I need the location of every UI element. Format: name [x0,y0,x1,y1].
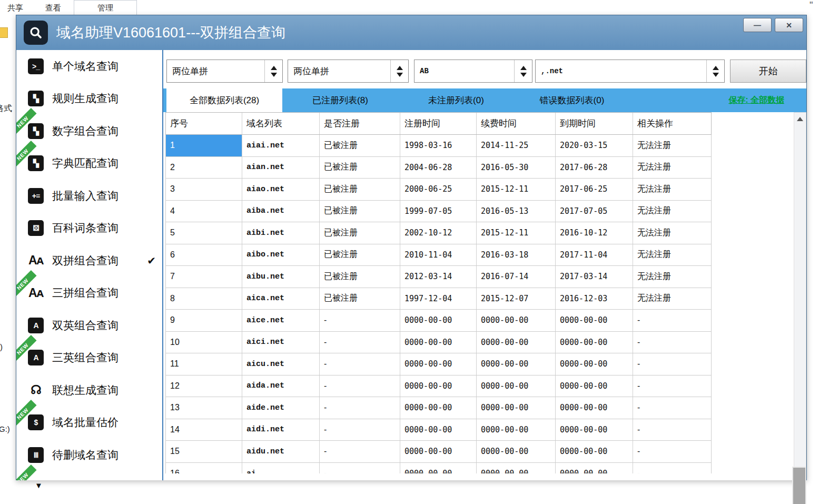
table-cell[interactable]: 2002-10-12 [400,222,477,244]
table-cell[interactable]: 无法注册 [633,288,711,310]
table-cell[interactable]: 已被注册 [320,266,400,288]
table-cell[interactable]: 2004-06-28 [400,157,477,179]
pinyin-type-2-select[interactable]: 两位单拼 [288,60,409,83]
table-cell[interactable]: aidu.net [242,441,320,462]
sidebar-item-4[interactable]: NEW▚字典匹配查询 [16,147,162,180]
pattern-select[interactable]: AB [414,60,532,83]
table-cell[interactable]: 无法注册 [633,244,711,266]
table-row[interactable]: 2aian.net已被注册2004-06-282016-05-302017-06… [165,157,712,179]
table-cell[interactable]: 0000-00-00 [556,310,633,331]
table-cell[interactable]: - [320,353,400,375]
table-cell[interactable]: 0000-00-00 [477,332,556,353]
sidebar-item-5[interactable]: +≡批量输入查询 [16,180,162,212]
table-cell[interactable]: 4 [166,201,242,222]
table-cell[interactable]: 0000-00-00 [556,375,633,397]
sidebar-item-2[interactable]: ▚规则生成查询 [16,83,162,115]
table-cell[interactable]: 1999-07-05 [400,201,477,222]
table-cell[interactable]: 0000-00-00 [400,375,477,397]
table-cell[interactable]: 2016-10-12 [556,222,633,244]
table-cell[interactable]: 2016-05-13 [477,201,556,222]
table-cell[interactable]: 0000-00-00 [477,419,556,441]
table-row[interactable]: 6aibo.net已被注册2010-11-042016-03-182017-11… [165,244,712,266]
table-cell[interactable]: aide.net [242,397,320,419]
table-cell[interactable]: 10 [166,332,242,353]
scroll-up-icon[interactable] [797,117,803,121]
tab-4[interactable]: 错误数据列表(0) [514,88,630,112]
table-cell[interactable]: 0000-00-00 [556,353,633,375]
table-cell[interactable]: 0000-00-00 [556,441,633,462]
table-cell[interactable]: 无法注册 [633,135,711,156]
start-button[interactable]: 开始 [730,60,806,83]
table-cell[interactable]: 2016-12-03 [556,288,633,310]
table-row[interactable]: 5aibi.net已被注册2002-10-122015-12-112016-10… [165,222,712,244]
table-cell[interactable]: 1998-03-16 [400,135,477,156]
table-cell[interactable]: aiai.net [242,135,320,156]
table-cell[interactable]: 3 [166,179,242,200]
table-cell[interactable]: 2000-06-25 [400,179,477,200]
table-cell[interactable]: 2017-07-05 [556,201,633,222]
sidebar-item-9[interactable]: A双英组合查询 [16,309,162,342]
pinyin-type-1-select[interactable]: 两位单拼 [166,60,283,83]
table-row[interactable]: 1aiai.net已被注册1998-03-162014-11-252020-03… [165,135,712,157]
spinner-up-icon[interactable] [713,66,719,70]
spinner-down-icon[interactable] [397,73,403,77]
table-cell[interactable]: 无法注册 [633,222,711,244]
table-cell[interactable]: 0000-00-00 [477,397,556,419]
table-cell[interactable]: aibi.net [242,222,320,244]
table-row[interactable]: 11aicu.net-0000-00-000000-00-000000-00-0… [165,353,712,375]
tab-1[interactable]: 全部数据列表(28) [166,88,282,112]
table-cell[interactable]: 13 [166,397,242,419]
table-cell[interactable]: 0000-00-00 [400,353,477,375]
table-cell[interactable]: 已被注册 [320,157,400,179]
spinner-up-icon[interactable] [397,66,403,70]
table-row[interactable]: 3aiao.net已被注册2000-06-252015-12-112017-06… [165,179,712,201]
sidebar-item-8[interactable]: NEWAᴀ三拼组合查询 [16,277,162,310]
background-scrollbar[interactable] [792,467,806,504]
close-button[interactable]: ✕ [775,18,803,32]
sidebar-item-11[interactable]: ☊联想生成查询 [16,374,162,407]
table-cell[interactable]: 2016-07-14 [477,266,556,288]
table-cell[interactable]: 0000-00-00 [477,375,556,397]
table-cell[interactable]: 0000-00-00 [400,310,477,331]
table-cell[interactable]: 7 [166,266,242,288]
spinner-updown-icon[interactable] [706,60,724,82]
table-cell[interactable]: 2014-11-25 [477,135,556,156]
table-row[interactable]: 14aidi.net-0000-00-000000-00-000000-00-0… [165,419,712,441]
table-cell[interactable]: 已被注册 [320,222,400,244]
table-cell[interactable]: 0000-00-00 [400,397,477,419]
table-scrollbar[interactable] [794,112,806,472]
sidebar-item-1[interactable]: >_单个域名查询 [16,50,162,83]
table-cell[interactable]: 无法注册 [633,201,711,222]
table-cell[interactable]: 0000-00-00 [477,441,556,462]
table-cell[interactable]: 5 [166,222,242,244]
table-cell[interactable]: 2012-03-14 [400,266,477,288]
background-scrollbar-thumb[interactable] [793,468,805,504]
table-cell[interactable]: aian.net [242,157,320,179]
sidebar-item-6[interactable]: ⚄百科词条查询 [16,212,162,245]
table-cell[interactable]: 2020-03-15 [556,135,633,156]
table-cell[interactable]: - [320,441,400,462]
table-cell[interactable]: - [633,397,711,419]
table-row[interactable]: 12aida.net-0000-00-000000-00-000000-00-0… [165,375,712,398]
table-cell[interactable]: 14 [166,419,242,441]
table-cell[interactable]: aicu.net [242,353,320,375]
table-cell[interactable]: - [320,397,400,419]
table-cell[interactable]: 已被注册 [320,244,400,266]
ribbon-tab-share[interactable]: 共享 [7,3,23,13]
table-cell[interactable]: 无法注册 [633,179,711,200]
spinner-down-icon[interactable] [713,73,719,77]
sidebar-item-13[interactable]: Ⅲ待删域名查询 [16,439,162,471]
table-cell[interactable]: 12 [166,375,242,397]
table-row[interactable]: 4aiba.net已被注册1999-07-052016-05-132017-07… [165,201,712,223]
table-cell[interactable]: 0000-00-00 [400,332,477,353]
table-cell[interactable]: aici.net [242,332,320,353]
spinner-up-icon[interactable] [271,66,277,70]
sidebar-item-7[interactable]: Aᴀ双拼组合查询✔ [16,244,162,277]
table-cell[interactable]: 已被注册 [320,201,400,222]
spinner-updown-icon[interactable] [390,60,408,82]
tab-3[interactable]: 未注册列表(0) [398,88,514,112]
sidebar-item-10[interactable]: NEWA三英组合查询 [16,342,162,374]
table-cell[interactable]: 已被注册 [320,179,400,200]
table-cell[interactable]: - [633,441,711,462]
table-cell[interactable]: - [633,353,711,375]
